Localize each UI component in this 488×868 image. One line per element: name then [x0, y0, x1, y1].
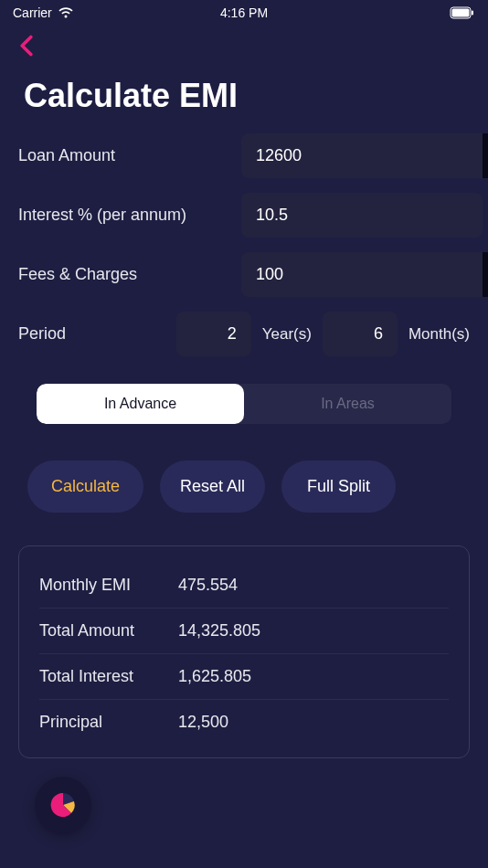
months-input[interactable]	[323, 312, 398, 356]
years-unit: Year(s)	[262, 325, 312, 344]
chevron-left-icon	[18, 35, 35, 57]
page-title: Calculate EMI	[0, 69, 488, 133]
action-buttons: Calculate Reset All Full Split	[0, 460, 488, 513]
fees-currency-selector[interactable]: $	[483, 252, 488, 297]
segment-in-areas[interactable]: In Areas	[244, 384, 451, 424]
total-interest-value: 1,625.805	[178, 667, 251, 686]
principal-label: Principal	[39, 713, 178, 732]
reset-all-button[interactable]: Reset All	[160, 460, 265, 513]
monthly-emi-value: 475.554	[178, 576, 238, 595]
fees-input[interactable]	[241, 252, 483, 297]
fees-input-wrapper: $	[241, 252, 470, 297]
months-unit: Month(s)	[408, 325, 470, 344]
interest-label: Interest % (per annum)	[18, 206, 241, 225]
loan-amount-label: Loan Amount	[18, 146, 241, 165]
calculate-button[interactable]: Calculate	[27, 460, 143, 513]
svg-rect-1	[452, 9, 470, 17]
interest-input-wrapper	[241, 193, 470, 238]
status-time: 4:16 PM	[220, 5, 268, 20]
fees-row: Fees & Charges $	[18, 252, 470, 297]
results-panel: Monthly EMI 475.554 Total Amount 14,325.…	[18, 545, 470, 758]
segment-in-advance[interactable]: In Advance	[37, 384, 244, 424]
result-total-interest: Total Interest 1,625.805	[39, 654, 449, 700]
carrier-label: Carrier	[13, 5, 52, 20]
back-button[interactable]	[0, 26, 53, 69]
period-row: Period Year(s) Month(s)	[18, 312, 470, 356]
form-section: Loan Amount $ Interest % (per annum) Fee…	[0, 133, 488, 356]
total-amount-value: 14,325.805	[178, 621, 260, 640]
result-total-amount: Total Amount 14,325.805	[39, 609, 449, 654]
chart-button[interactable]	[35, 777, 91, 833]
loan-amount-input-wrapper: $	[241, 133, 470, 178]
loan-amount-row: Loan Amount $	[18, 133, 470, 178]
result-monthly-emi: Monthly EMI 475.554	[39, 563, 449, 609]
currency-selector[interactable]: $	[483, 133, 488, 178]
wifi-icon	[58, 6, 74, 19]
status-left: Carrier	[13, 5, 74, 20]
interest-input[interactable]	[241, 193, 483, 238]
interest-row: Interest % (per annum)	[18, 193, 470, 238]
years-input[interactable]	[176, 312, 251, 356]
result-principal: Principal 12,500	[39, 700, 449, 745]
total-amount-label: Total Amount	[39, 621, 178, 640]
period-label: Period	[18, 324, 165, 344]
principal-value: 12,500	[178, 713, 228, 732]
pie-chart-icon	[49, 791, 77, 819]
status-bar: Carrier 4:16 PM	[0, 0, 488, 26]
svg-rect-2	[472, 11, 473, 16]
monthly-emi-label: Monthly EMI	[39, 576, 178, 595]
fees-label: Fees & Charges	[18, 265, 241, 284]
battery-icon	[450, 6, 475, 19]
payment-mode-segmented[interactable]: In Advance In Areas	[37, 384, 451, 424]
loan-amount-input[interactable]	[241, 133, 483, 178]
full-split-button[interactable]: Full Split	[281, 460, 396, 513]
total-interest-label: Total Interest	[39, 667, 178, 686]
